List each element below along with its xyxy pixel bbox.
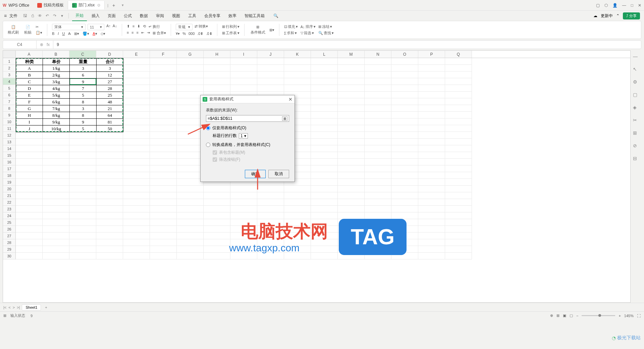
col-header[interactable]: O xyxy=(391,51,418,58)
table-cell[interactable]: 50 xyxy=(97,126,123,132)
cell[interactable] xyxy=(96,246,123,253)
cell[interactable] xyxy=(418,186,445,192)
cell[interactable] xyxy=(177,159,204,165)
redo-icon[interactable]: ↷ xyxy=(52,13,58,19)
cell[interactable] xyxy=(230,192,257,199)
cell[interactable] xyxy=(43,172,69,179)
table-cell[interactable]: 25 xyxy=(97,92,123,99)
table-cell[interactable]: 3 xyxy=(70,105,97,112)
table-cell[interactable]: J xyxy=(16,126,43,132)
ai-icon[interactable]: — xyxy=(633,54,639,60)
cell[interactable] xyxy=(365,78,391,85)
cell[interactable] xyxy=(43,226,69,233)
cell[interactable] xyxy=(445,246,472,253)
freeze-button[interactable]: ⊞ 冻结▾ xyxy=(318,24,334,29)
row-header[interactable]: 27 xyxy=(3,233,16,239)
cell[interactable] xyxy=(445,98,472,105)
cell[interactable] xyxy=(123,65,150,71)
cell[interactable] xyxy=(177,186,204,192)
sheet-prev-icon[interactable]: < xyxy=(8,305,10,309)
col-header[interactable]: B xyxy=(43,51,69,58)
cell[interactable] xyxy=(311,118,338,125)
cell[interactable] xyxy=(418,179,445,186)
cell[interactable] xyxy=(16,132,43,139)
cell[interactable] xyxy=(150,98,177,105)
cell[interactable] xyxy=(445,92,472,98)
cell[interactable] xyxy=(150,145,177,152)
cell[interactable] xyxy=(16,233,43,239)
cell[interactable] xyxy=(338,71,365,78)
layout-icon[interactable]: ⊞ xyxy=(633,130,639,136)
cell[interactable] xyxy=(123,192,150,199)
cell[interactable] xyxy=(96,212,123,219)
cell[interactable] xyxy=(311,78,338,85)
cell[interactable] xyxy=(338,172,365,179)
cell[interactable] xyxy=(96,186,123,192)
cell[interactable] xyxy=(150,165,177,172)
cell[interactable] xyxy=(16,139,43,145)
table-cell[interactable]: 48 xyxy=(97,99,123,105)
percent-icon[interactable]: % xyxy=(182,32,186,36)
cell[interactable] xyxy=(365,212,391,219)
cell[interactable] xyxy=(418,132,445,139)
range-picker-icon[interactable]: ⊞ xyxy=(282,116,287,121)
cell[interactable] xyxy=(338,165,365,172)
cell[interactable] xyxy=(96,219,123,226)
cell[interactable] xyxy=(445,105,472,112)
cell[interactable] xyxy=(257,199,284,206)
cell[interactable] xyxy=(230,199,257,206)
cell[interactable] xyxy=(257,71,284,78)
col-header[interactable]: G xyxy=(177,51,204,58)
cut-button[interactable]: ✂ xyxy=(36,25,42,29)
menu-tools[interactable]: 工具 xyxy=(185,11,200,21)
cell[interactable] xyxy=(150,199,177,206)
cell[interactable] xyxy=(338,139,365,145)
fontsize-select[interactable]: 11▾ xyxy=(88,24,104,30)
cell[interactable] xyxy=(418,206,445,212)
row-header[interactable]: 16 xyxy=(3,159,16,165)
cell[interactable] xyxy=(43,206,69,212)
cell[interactable] xyxy=(43,152,69,159)
cell[interactable] xyxy=(150,71,177,78)
cell[interactable] xyxy=(204,219,230,226)
cell[interactable] xyxy=(177,179,204,186)
cell[interactable] xyxy=(16,199,43,206)
sum-button[interactable]: Σ 求和▾ xyxy=(284,31,298,36)
cell[interactable] xyxy=(69,246,96,253)
cell[interactable] xyxy=(445,253,472,259)
col-header[interactable]: D xyxy=(96,51,123,58)
more-icon[interactable]: ⊟ xyxy=(633,156,639,162)
cell[interactable] xyxy=(150,212,177,219)
cell[interactable] xyxy=(204,186,230,192)
cell[interactable] xyxy=(391,139,418,145)
cell[interactable] xyxy=(311,58,338,65)
cell[interactable] xyxy=(391,118,418,125)
cell[interactable] xyxy=(418,78,445,85)
cell[interactable] xyxy=(284,58,311,65)
cell[interactable] xyxy=(16,219,43,226)
radio-convert-table[interactable]: 转换成表格，并套用表格样式(C) xyxy=(206,142,289,148)
table-cell[interactable]: 9 xyxy=(70,79,97,85)
cell[interactable] xyxy=(96,239,123,246)
cell[interactable] xyxy=(311,125,338,132)
cell[interactable] xyxy=(96,253,123,259)
border-button[interactable]: ⊞▾ xyxy=(74,32,79,36)
cell[interactable] xyxy=(391,112,418,118)
ok-button[interactable]: 确定 xyxy=(245,170,266,178)
clear-button[interactable]: ◇▾ xyxy=(101,32,105,36)
cell[interactable] xyxy=(150,58,177,65)
cell[interactable] xyxy=(177,253,204,259)
cell[interactable] xyxy=(96,199,123,206)
row-header[interactable]: 24 xyxy=(3,212,16,219)
cell[interactable] xyxy=(257,58,284,65)
save-icon[interactable]: 🖫 xyxy=(22,13,28,19)
cell[interactable] xyxy=(96,172,123,179)
tab-document[interactable]: S 部门.xlsx ⊙ xyxy=(68,1,105,9)
worksheet-button[interactable]: ⊞ 工作表▾ xyxy=(222,31,239,36)
cell[interactable] xyxy=(230,212,257,219)
table-cell[interactable]: 9/kg xyxy=(43,119,70,126)
cell[interactable] xyxy=(204,199,230,206)
cell[interactable] xyxy=(311,132,338,139)
table-cell[interactable]: 6/kg xyxy=(43,99,70,105)
sort-button[interactable]: A↓ 排序▾ xyxy=(301,24,316,29)
